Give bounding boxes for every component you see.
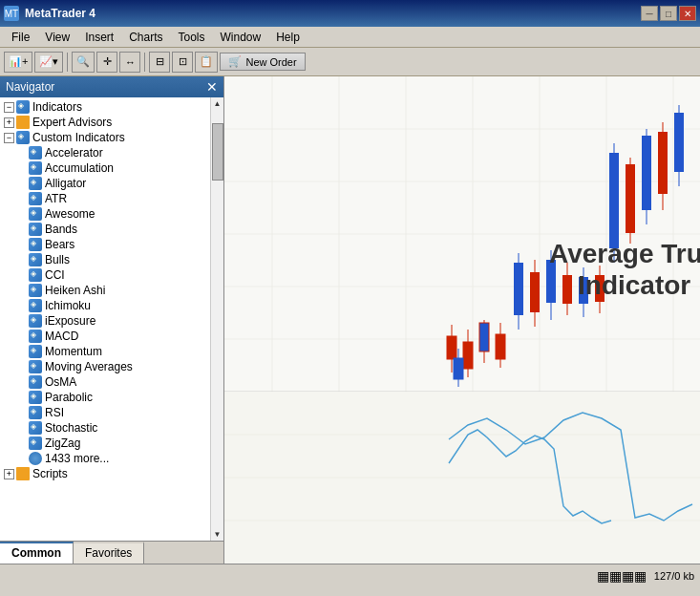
- tree-indicators[interactable]: − Indicators: [0, 99, 210, 115]
- chart-type-btn[interactable]: 📈▾: [34, 52, 63, 73]
- custom-indicators-toggle[interactable]: −: [4, 133, 14, 143]
- scripts-icon: [16, 467, 30, 480]
- list-item[interactable]: Awesome: [0, 206, 210, 222]
- osma-icon: [29, 375, 42, 389]
- momentum-icon: [29, 345, 42, 358]
- chart-area: Average True Range Indicator: [224, 76, 700, 564]
- custom-indicators-icon: [16, 131, 30, 144]
- menu-help[interactable]: Help: [268, 29, 308, 46]
- stochastic-icon: [29, 421, 42, 435]
- svg-rect-19: [479, 323, 489, 351]
- list-item[interactable]: CCI: [0, 267, 210, 283]
- bulls-icon: [29, 253, 42, 266]
- tree-expert-advisors[interactable]: + Expert Advisors: [0, 115, 210, 130]
- list-item[interactable]: Accumulation: [0, 160, 210, 176]
- list-item-more[interactable]: 1433 more...: [0, 451, 210, 466]
- indicators-toggle[interactable]: −: [4, 102, 14, 113]
- list-item[interactable]: Moving Averages: [0, 359, 210, 374]
- list-item[interactable]: Ichimoku: [0, 298, 210, 313]
- svg-rect-25: [514, 263, 523, 315]
- macd-icon: [29, 330, 42, 343]
- list-item[interactable]: ATR: [0, 191, 210, 206]
- tab-common[interactable]: Common: [0, 542, 74, 564]
- tab-favorites[interactable]: Favorites: [74, 542, 144, 564]
- list-item[interactable]: MACD: [0, 329, 210, 344]
- tree-item-bears[interactable]: Bears: [0, 237, 210, 252]
- zigzag-icon: [29, 436, 42, 450]
- menu-window[interactable]: Window: [213, 29, 269, 46]
- scrollbar-thumb[interactable]: [212, 123, 223, 181]
- scripts-toggle[interactable]: +: [4, 469, 14, 479]
- navigator-title: Navigator: [6, 80, 54, 94]
- svg-rect-15: [447, 336, 456, 359]
- expert-advisors-icon: [16, 116, 30, 129]
- title-bar: MT MetaTrader 4 ─ □ ✕: [0, 0, 700, 27]
- separator-1: [67, 53, 68, 72]
- list-item[interactable]: Accelerator: [0, 145, 210, 160]
- list-item[interactable]: Bands: [0, 222, 210, 237]
- status-bar: ▦▦▦▦ 127/0 kb: [0, 564, 700, 586]
- list-item[interactable]: Bulls: [0, 252, 210, 267]
- crosshair-btn[interactable]: ✛: [96, 52, 117, 73]
- app-title: MetaTrader 4: [25, 7, 95, 20]
- navigator-body: − Indicators + Expert Advisors − Custom: [0, 97, 223, 541]
- list-item[interactable]: RSI: [0, 405, 210, 420]
- new-order-button[interactable]: 🛒 New Order: [220, 53, 305, 71]
- close-button[interactable]: ✕: [679, 6, 696, 21]
- tree-item-stochastic[interactable]: Stochastic: [0, 420, 210, 436]
- minimize-button[interactable]: ─: [641, 6, 658, 21]
- menu-charts[interactable]: Charts: [121, 29, 170, 46]
- custom-indicators-label: Custom Indicators: [32, 131, 125, 144]
- indicators-label: Indicators: [32, 100, 82, 114]
- memory-status: 127/0 kb: [654, 570, 694, 582]
- indicators-icon: [16, 100, 30, 114]
- more-icon: [29, 452, 42, 465]
- list-item[interactable]: iExposure: [0, 313, 210, 329]
- list-item[interactable]: Momentum: [0, 344, 210, 359]
- new-order-icon: 🛒: [228, 55, 242, 68]
- menu-file[interactable]: File: [4, 29, 37, 46]
- maximize-button[interactable]: □: [660, 6, 677, 21]
- autoscroll-btn[interactable]: ⊡: [172, 52, 193, 73]
- svg-rect-45: [674, 113, 684, 172]
- title-bar-controls[interactable]: ─ □ ✕: [641, 6, 696, 21]
- menu-insert[interactable]: Insert: [77, 29, 121, 46]
- new-order-label: New Order: [245, 56, 296, 68]
- tree-scripts[interactable]: + Scripts: [0, 466, 210, 481]
- scroll-down-arrow[interactable]: ▼: [212, 528, 223, 541]
- bands-icon: [29, 223, 42, 236]
- chart-bars-icon: ▦▦▦▦: [597, 568, 647, 584]
- ichimoku-icon: [29, 299, 42, 312]
- scroll-up-arrow[interactable]: ▲: [212, 97, 223, 110]
- expert-advisors-label: Expert Advisors: [32, 116, 112, 129]
- toolbar: 📊+ 📈▾ 🔍 ✛ ↔ ⊟ ⊡ 📋 🛒 New Order: [0, 48, 700, 76]
- svg-rect-37: [609, 153, 619, 248]
- period-sep-btn[interactable]: ↔: [119, 52, 140, 73]
- svg-rect-23: [454, 358, 463, 379]
- chart-shift-btn[interactable]: ⊟: [149, 52, 170, 73]
- new-chart-btn[interactable]: 📊+: [4, 52, 32, 73]
- status-right: ▦▦▦▦ 127/0 kb: [597, 568, 694, 584]
- main-area: Navigator ✕ − Indicators + Expert Adviso…: [0, 76, 700, 564]
- svg-rect-41: [642, 136, 651, 210]
- template-btn[interactable]: 📋: [195, 52, 218, 73]
- menu-tools[interactable]: Tools: [171, 29, 213, 46]
- expert-advisors-toggle[interactable]: +: [4, 117, 14, 128]
- list-item[interactable]: OsMA: [0, 374, 210, 390]
- tree-custom-indicators[interactable]: − Custom Indicators: [0, 130, 210, 145]
- separator-2: [144, 53, 145, 72]
- accumulation-icon: [29, 161, 42, 175]
- list-item[interactable]: ZigZag: [0, 436, 210, 451]
- zoom-btn[interactable]: 🔍: [72, 52, 95, 73]
- svg-rect-43: [658, 132, 668, 194]
- parabolic-icon: [29, 391, 42, 404]
- list-item[interactable]: Alligator: [0, 176, 210, 191]
- list-item[interactable]: Parabolic: [0, 390, 210, 405]
- tree-scrollbar[interactable]: ▲ ▼: [210, 97, 223, 541]
- navigator-close-btn[interactable]: ✕: [206, 79, 218, 95]
- menu-view[interactable]: View: [37, 29, 77, 46]
- tab-bar: Common Favorites: [0, 541, 223, 564]
- accelerator-icon: [29, 146, 42, 160]
- navigator-header: Navigator ✕: [0, 76, 223, 97]
- list-item[interactable]: Heiken Ashi: [0, 283, 210, 298]
